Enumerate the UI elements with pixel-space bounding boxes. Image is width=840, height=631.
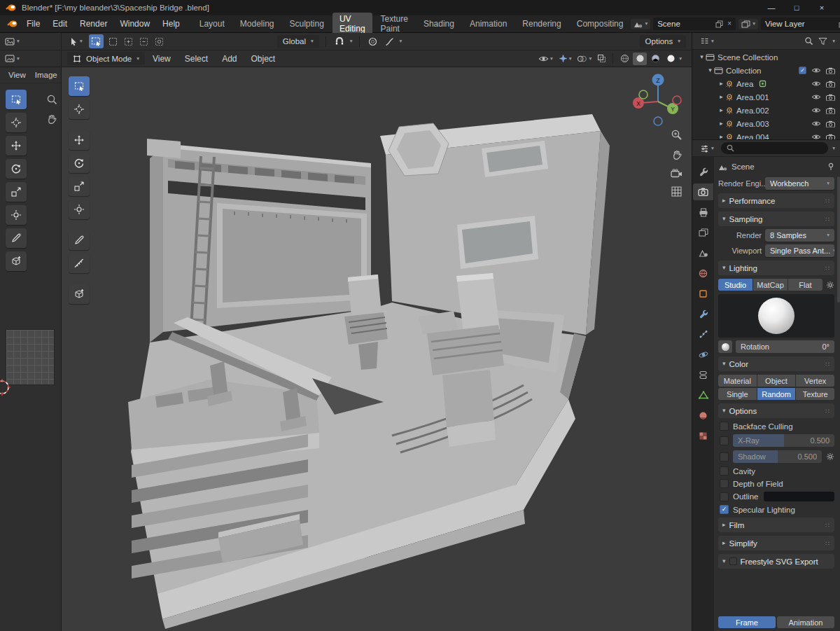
viewport-menu-add[interactable]: Add <box>216 54 243 64</box>
outliner-options-icon[interactable]: ▾ <box>832 39 835 44</box>
transform-tool[interactable] <box>69 200 90 219</box>
uv-transform-tool[interactable] <box>6 205 27 225</box>
render-camera-icon[interactable] <box>826 81 835 88</box>
render-camera-icon[interactable] <box>826 107 835 114</box>
expand-icon[interactable]: ▾ <box>706 67 714 74</box>
render-camera-icon[interactable] <box>826 67 835 74</box>
navigation-gizmo[interactable]: Z X Y <box>629 71 687 130</box>
animation-button[interactable]: Animation <box>777 616 834 628</box>
depth-of-field-checkbox[interactable] <box>720 479 729 488</box>
mode-dropdown[interactable]: Object Mode ▾ <box>67 52 145 65</box>
hide-eye-icon[interactable] <box>811 81 821 87</box>
collapse-icon[interactable]: ▾ <box>722 361 726 367</box>
select-mode-subtract-icon[interactable] <box>138 36 150 48</box>
uv-zoom-icon[interactable] <box>46 94 57 105</box>
outliner-row-area[interactable]: ▸ Area <box>692 77 840 90</box>
menu-render[interactable]: Render <box>74 19 113 29</box>
pan-hand-icon[interactable] <box>671 149 682 160</box>
outliner-row-collection[interactable]: ▾ Collection ✓ <box>692 64 840 77</box>
viewport-samples-dropdown[interactable]: Single Pass Ant... ▾ <box>765 244 834 257</box>
uv-menu-image[interactable]: Image <box>35 71 57 79</box>
color-tab-object[interactable]: Object <box>757 375 796 387</box>
outliner-filter-icon[interactable] <box>818 37 827 46</box>
tweak-tool-dropdown[interactable]: ▾ <box>67 36 85 47</box>
uv-editor-type-button[interactable]: ▾ <box>0 33 62 50</box>
uv-move-tool[interactable] <box>6 136 27 155</box>
collapse-icon[interactable]: ▾ <box>722 558 726 564</box>
tool-tab-icon[interactable] <box>693 163 713 180</box>
select-mode-extend-icon[interactable] <box>122 36 134 48</box>
active-tool-box-select-button[interactable] <box>89 34 104 48</box>
collapse-icon[interactable]: ▸ <box>722 540 726 546</box>
constraints-tab-icon[interactable] <box>693 366 713 383</box>
snap-dropdown-icon[interactable]: ▾ <box>350 39 353 44</box>
uv-box-select-tool[interactable] <box>6 90 27 109</box>
lighting-tab-matcap[interactable]: MatCap <box>753 279 788 291</box>
blender-menu-icon[interactable] <box>4 20 20 28</box>
falloff-curve-icon[interactable] <box>383 37 396 46</box>
hide-eye-icon[interactable] <box>811 107 821 113</box>
viewport-3d[interactable]: Z X Y <box>62 67 692 631</box>
expand-icon[interactable]: ▾ <box>698 54 706 60</box>
outliner-search-icon[interactable] <box>804 36 813 46</box>
shadow-gear-icon[interactable] <box>826 452 834 461</box>
workspace-tab-texture-paint[interactable]: Texture Paint <box>374 13 415 35</box>
outliner-editor-type-button[interactable]: ▾ <box>697 36 717 46</box>
outliner-row-area-004[interactable]: ▸ Area.004 <box>692 130 840 139</box>
object-data-tab-icon[interactable] <box>693 387 713 403</box>
outliner-row-area-001[interactable]: ▸ Area.001 <box>692 90 840 104</box>
hide-eye-icon[interactable] <box>811 67 821 74</box>
viewport-menu-view[interactable]: View <box>146 54 177 64</box>
lighting-tab-studio[interactable]: Studio <box>718 279 752 291</box>
cursor-tool[interactable] <box>69 99 90 119</box>
view-layer-field[interactable]: View Layer <box>761 18 840 30</box>
shading-material-button[interactable] <box>648 53 662 65</box>
shading-solid-button[interactable] <box>633 53 647 65</box>
viewport-menu-select[interactable]: Select <box>178 54 214 64</box>
particles-tab-icon[interactable] <box>693 326 713 342</box>
move-tool[interactable] <box>69 130 90 150</box>
expand-icon[interactable]: ▸ <box>718 94 725 100</box>
section-options[interactable]: ▾ Options ∷ <box>718 403 834 418</box>
specular-lighting-checkbox[interactable]: ✓ <box>720 505 729 514</box>
expand-icon[interactable]: ▸ <box>718 107 725 113</box>
render-tab-icon[interactable] <box>693 183 713 200</box>
color-tab-material[interactable]: Material <box>718 375 757 387</box>
section-lighting[interactable]: ▾ Lighting ∷ <box>718 261 834 275</box>
uv-cursor-tool[interactable] <box>6 113 27 132</box>
hide-eye-icon[interactable] <box>811 94 821 100</box>
transform-orientation-dropdown[interactable]: Global ▾ <box>277 35 319 48</box>
uv-add-cube-tool[interactable] <box>6 251 27 271</box>
viewport-menu-object[interactable]: Object <box>244 54 281 64</box>
cavity-checkbox[interactable] <box>720 466 729 476</box>
uv-image-selector-button[interactable]: ▾ <box>0 50 62 67</box>
add-cube-tool[interactable] <box>69 284 90 304</box>
physics-tab-icon[interactable] <box>693 346 713 363</box>
section-sampling[interactable]: ▾ Sampling ∷ <box>718 212 834 226</box>
uv-scale-tool[interactable] <box>6 182 27 202</box>
xray-slider[interactable]: X-Ray 0.500 <box>733 434 834 447</box>
outliner-row-area-003[interactable]: ▸ Area.003 <box>692 117 840 130</box>
world-tab-icon[interactable] <box>693 265 713 282</box>
hide-eye-icon[interactable] <box>811 120 821 127</box>
uv-menu-view[interactable]: View <box>8 71 26 79</box>
workspace-tab-uv-editing[interactable]: UV Editing <box>332 13 372 35</box>
close-button[interactable]: × <box>809 4 834 12</box>
annotate-tool[interactable] <box>69 230 90 250</box>
box-select-tool[interactable] <box>69 76 90 96</box>
modifiers-tab-icon[interactable] <box>693 305 713 322</box>
maximize-button[interactable]: □ <box>784 4 809 12</box>
output-tab-icon[interactable] <box>693 204 713 221</box>
color-tab-texture[interactable]: Texture <box>796 388 834 400</box>
section-freestyle-svg[interactable]: ▾ Freestyle SVG Export <box>718 554 834 569</box>
workspace-tab-rendering[interactable]: Rendering <box>515 18 568 30</box>
color-tab-single[interactable]: Single <box>718 388 757 400</box>
studiolight-gear-icon[interactable] <box>826 281 834 289</box>
expand-icon[interactable]: ▸ <box>718 134 725 139</box>
studiolight-preview[interactable] <box>718 294 834 338</box>
texture-tab-icon[interactable] <box>693 427 713 444</box>
render-camera-icon[interactable] <box>826 134 835 140</box>
remove-scene-icon[interactable]: × <box>727 20 732 27</box>
rotation-slider[interactable]: Rotation 0° <box>736 340 834 353</box>
select-mode-new-icon[interactable] <box>107 36 119 48</box>
